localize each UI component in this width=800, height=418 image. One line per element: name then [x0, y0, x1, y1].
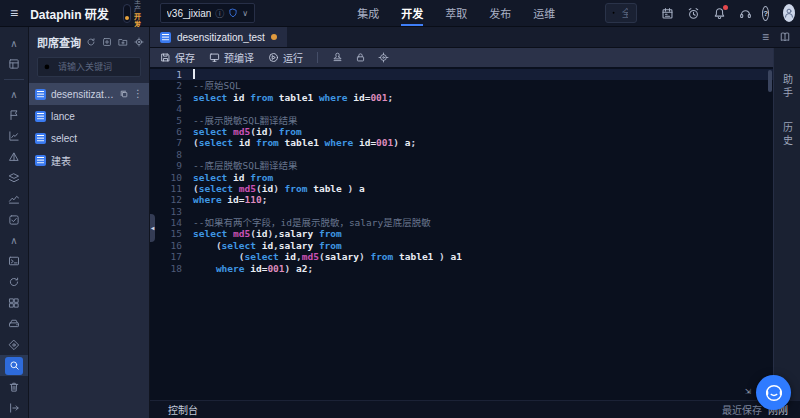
line-number: 6 — [150, 126, 193, 137]
tree-item-lance[interactable]: lance — [29, 105, 149, 127]
code-line-4[interactable]: 4 — [150, 103, 773, 114]
assistant-fab-button[interactable] — [756, 375, 791, 410]
fullscreen-icon[interactable]: ⇲ — [745, 385, 751, 396]
lock-icon[interactable] — [355, 52, 366, 63]
project-name: v36_jixian — [167, 8, 211, 19]
code-line-content — [193, 149, 773, 160]
notification-bell-icon[interactable] — [713, 7, 726, 20]
chart-icon[interactable] — [0, 126, 28, 147]
code-line-2[interactable]: 2--原始SQL — [150, 80, 773, 91]
alarm-icon[interactable] — [687, 7, 700, 20]
code-lines: 12--原始SQL3select id from table1 where id… — [150, 69, 773, 274]
task-check-icon[interactable] — [0, 209, 28, 230]
console-button[interactable]: 控制台 — [168, 402, 198, 417]
code-line-15[interactable]: 15select md5(id),salary from — [150, 228, 773, 239]
menu-icon[interactable]: ≡ — [8, 5, 20, 21]
publish-flag-icon[interactable] — [0, 105, 28, 126]
editor-scrollbar[interactable] — [768, 70, 772, 92]
global-search-input[interactable] — [620, 7, 630, 20]
code-line-16[interactable]: 16 (select id,salary from — [150, 240, 773, 251]
tree-item-select[interactable]: select — [29, 127, 149, 149]
code-line-content: --原始SQL — [193, 80, 773, 91]
refresh-icon[interactable] — [86, 37, 96, 47]
global-search[interactable] — [605, 3, 637, 23]
code-line-5[interactable]: 5--展示脱敏SQL翻译结果 — [150, 115, 773, 126]
tab-desensitization-test[interactable]: desensitization_test — [150, 27, 287, 47]
project-selector[interactable]: v36_jixian ⓘ ∨ — [160, 3, 255, 23]
drive-icon[interactable] — [0, 314, 28, 335]
workbench-icon[interactable] — [0, 54, 28, 75]
tree-item-desensitization_test[interactable]: desensitization_test⋮ — [29, 83, 149, 105]
nav-item-运维[interactable]: 运维 — [533, 0, 555, 26]
sql-file-icon — [35, 89, 46, 100]
locate-icon[interactable] — [134, 37, 144, 47]
collapse-bottom-icon[interactable]: ∧ — [0, 230, 28, 251]
right-rail-tab-助手[interactable]: 助手 — [780, 74, 795, 100]
expand-rail-icon[interactable] — [0, 397, 28, 418]
env-toggle-switch-icon[interactable] — [123, 4, 131, 23]
precompile-button[interactable]: 预编译 — [209, 50, 254, 65]
code-line-6[interactable]: 6select md5(id) from — [150, 126, 773, 137]
trend-icon[interactable] — [0, 188, 28, 209]
help-icon[interactable]: ? — [762, 6, 769, 21]
right-rail-tab-历史[interactable]: 历史 — [780, 122, 795, 148]
nav-item-发布[interactable]: 发布 — [489, 0, 511, 26]
collapse-top-icon[interactable]: ∧ — [0, 33, 28, 54]
panel-collapse-handle[interactable]: ◀ — [150, 214, 155, 242]
collapse-mid-icon[interactable]: ∧ — [0, 84, 28, 105]
line-number: 1 — [150, 69, 193, 80]
tree-search[interactable] — [37, 57, 141, 77]
code-editor[interactable]: 12--原始SQL3select id from table1 where id… — [150, 67, 773, 400]
adhoc-query-icon[interactable] — [0, 355, 28, 376]
sql-file-icon — [35, 133, 46, 144]
dataphin-app: ≡ Dataphin 研发 生产 开发 v36_jixian ⓘ ∨ 集成开发萃… — [0, 0, 800, 418]
code-line-8[interactable]: 8 — [150, 149, 773, 160]
quality-icon[interactable] — [0, 334, 28, 355]
line-number: 10 — [150, 172, 193, 183]
schedule-icon[interactable] — [661, 7, 674, 20]
new-file-icon[interactable] — [102, 37, 112, 47]
layers-icon[interactable] — [0, 167, 28, 188]
code-line-17[interactable]: 17 (select id,md5(salary) from table1 ) … — [150, 251, 773, 262]
tab-list-icon[interactable]: ≡ — [762, 30, 769, 44]
dashboard-icon[interactable] — [0, 293, 28, 314]
nav-item-开发[interactable]: 开发 — [401, 0, 423, 26]
code-line-12[interactable]: 12where id=110; — [150, 194, 773, 205]
code-line-18[interactable]: 18 where id=001) a2; — [150, 263, 773, 274]
nav-item-萃取[interactable]: 萃取 — [445, 0, 467, 26]
code-line-content: --展示脱敏SQL翻译结果 — [193, 115, 773, 126]
notebook-icon[interactable] — [779, 31, 791, 43]
code-line-3[interactable]: 3select id from table1 where id=001; — [150, 92, 773, 103]
code-line-7[interactable]: 7(select id from table1 where id=001) a; — [150, 137, 773, 148]
topbar-icons — [661, 7, 752, 20]
stamp-icon[interactable] — [332, 52, 343, 63]
support-icon[interactable] — [739, 7, 752, 20]
copy-icon[interactable] — [119, 89, 129, 99]
tree-header-icons — [86, 37, 144, 47]
tree-search-input[interactable] — [56, 61, 135, 73]
code-line-content: where id=110; — [193, 194, 773, 205]
pyramid-icon[interactable] — [0, 146, 28, 167]
sync-icon[interactable] — [0, 272, 28, 293]
notification-badge — [723, 5, 728, 10]
recycle-bin-icon[interactable] — [0, 376, 28, 397]
info-icon[interactable]: ⓘ — [215, 7, 224, 20]
run-button[interactable]: 运行 — [268, 50, 303, 65]
more-icon[interactable]: ⋮ — [133, 89, 143, 99]
new-folder-icon[interactable] — [118, 37, 128, 47]
env-toggle[interactable]: 生产 开发 — [123, 0, 144, 29]
code-line-11[interactable]: 11(select md5(id) from table ) a — [150, 183, 773, 194]
save-button[interactable]: 保存 — [160, 50, 195, 65]
code-line-14[interactable]: 14--如果有两个字段，id是展示脱敏，salary是底层脱敏 — [150, 217, 773, 228]
code-line-10[interactable]: 10select id from — [150, 172, 773, 183]
pin-icon[interactable] — [378, 52, 389, 63]
code-line-1[interactable]: 1 — [150, 69, 773, 80]
code-line-13[interactable]: 13 — [150, 206, 773, 217]
terminal-icon[interactable] — [0, 251, 28, 272]
tree-item-建表[interactable]: 建表 — [29, 149, 149, 171]
adhoc-query-icon-bg — [5, 357, 23, 375]
avatar[interactable] — [783, 4, 795, 22]
chevron-down-icon[interactable]: ∨ — [242, 9, 248, 18]
nav-item-集成[interactable]: 集成 — [357, 0, 379, 26]
code-line-9[interactable]: 9--底层脱敏SQL翻译结果 — [150, 160, 773, 171]
